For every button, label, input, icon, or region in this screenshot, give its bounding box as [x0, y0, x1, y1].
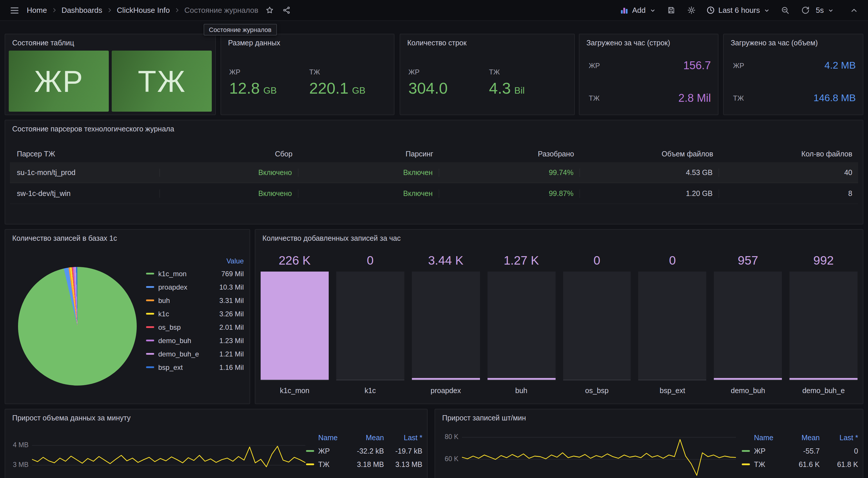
stat-zhr-label: ЖР — [34, 64, 83, 99]
bar-label: bsp_ext — [639, 384, 707, 398]
legend-value-header[interactable]: Value — [146, 255, 244, 267]
zoom-out-button[interactable] — [780, 5, 791, 16]
panel-title[interactable]: Количество добавленных записей за час — [255, 230, 863, 247]
legend-last: 3.13 MB — [384, 460, 422, 469]
menu-button[interactable] — [8, 4, 21, 17]
legend-value: 2.01 Mil — [219, 323, 244, 331]
panel-title[interactable]: Состояние таблиц — [5, 34, 215, 52]
stat-label: ЖР — [733, 62, 744, 70]
legend-item-k1c_mon[interactable]: k1c_mon769 Mil — [146, 267, 244, 280]
legend-item-bsp_ext[interactable]: bsp_ext1.16 Mil — [146, 360, 244, 374]
legend-mean: 61.6 K — [782, 460, 820, 469]
column-header[interactable]: Объем файлов — [580, 150, 719, 158]
pie-legend: Value k1c_mon769 Mil proapdex10.3 Mil bu… — [146, 255, 244, 374]
series-color-dash — [146, 313, 154, 315]
legend-item-k1c[interactable]: k1c3.26 Mil — [146, 307, 244, 320]
parser-name: sw-1c-dev/tj_win — [10, 189, 160, 197]
stat-pair: ЖР 304.0 ТЖ 4.3Bil — [408, 68, 569, 97]
bar-fill — [260, 272, 329, 380]
legend-header: Name Mean Last * — [742, 432, 858, 444]
legend-item-tzh[interactable]: ТЖ 3.18 MB 3.13 MB — [306, 458, 422, 471]
parsed-percent: 99.74% — [439, 168, 580, 177]
panel-title[interactable]: Размер данных — [221, 34, 394, 52]
time-range-picker[interactable]: Last 6 hours — [706, 6, 770, 14]
bar-buh: 1.27 K buh — [487, 252, 555, 398]
breadcrumb-dashboards[interactable]: Dashboards — [61, 6, 102, 14]
column-header[interactable]: Парсинг — [298, 150, 439, 158]
bar-label: demo_buh — [714, 384, 782, 398]
panel-title[interactable]: Загружено за час (строк) — [580, 34, 718, 52]
legend-item-buh[interactable]: buh3.31 Mil — [146, 294, 244, 307]
bar-k1c: 0 k1c — [336, 252, 404, 398]
column-header[interactable]: Разобрано — [439, 150, 580, 158]
add-button[interactable]: Add — [619, 5, 656, 15]
y-tick: 3 MB — [9, 461, 29, 468]
legend-item-demo_buh[interactable]: demo_buh1.23 Mil — [146, 334, 244, 347]
bar-os_bsp: 0 os_bsp — [563, 252, 631, 398]
y-tick: 60 K — [439, 455, 459, 462]
refresh-interval-picker[interactable]: 5s — [816, 6, 834, 14]
legend-label: ЖР — [754, 447, 782, 455]
bar-fill — [789, 378, 858, 380]
dashboard-settings-button[interactable] — [686, 5, 697, 16]
legend-col-name[interactable]: Name — [742, 434, 782, 442]
panel-title[interactable]: Прирост объема данных за минуту — [5, 409, 427, 427]
panel-title[interactable]: Количество строк — [400, 34, 574, 52]
panel-title[interactable]: Прирост записей шт/мин — [435, 409, 863, 427]
legend-item-demo_buh_e[interactable]: demo_buh_e1.21 Mil — [146, 347, 244, 360]
legend-col-last[interactable]: Last * — [384, 434, 422, 442]
panel-table-state: Состояние таблиц ЖР ТЖ — [5, 34, 216, 115]
panel-title[interactable]: Состояние парсеров технологического журн… — [5, 120, 863, 138]
stat-label: ТЖ — [309, 68, 389, 76]
legend-item-proapdex[interactable]: proapdex10.3 Mil — [146, 280, 244, 294]
refresh-button[interactable] — [800, 5, 811, 16]
share-button[interactable] — [281, 5, 292, 16]
column-header[interactable]: Кол-во файлов — [719, 150, 858, 158]
stat-value: 220.1GB — [309, 79, 389, 97]
legend-item-zhr[interactable]: ЖР -55.7 0 — [742, 444, 858, 458]
legend-label: demo_buh_e — [158, 350, 219, 358]
stat-zhr: ЖР 156.7 — [589, 59, 711, 73]
parsed-percent: 99.87% — [439, 189, 580, 197]
legend-item-tzh[interactable]: ТЖ 61.6 K 61.8 K — [742, 458, 858, 471]
refresh-icon — [801, 6, 810, 14]
collapse-nav-button[interactable] — [848, 4, 860, 16]
bar-value: 992 — [789, 252, 858, 269]
bar-fill — [412, 378, 480, 380]
legend-item-zhr[interactable]: ЖР -32.2 kB -19.7 kB — [306, 444, 422, 458]
stat-value: 156.7 — [683, 59, 711, 72]
legend-label: k1c_mon — [158, 269, 221, 278]
stat-tzh: ТЖ — [112, 51, 212, 111]
save-dashboard-button[interactable] — [665, 5, 676, 16]
legend-col-name[interactable]: Name — [306, 434, 347, 442]
menu-icon — [9, 5, 20, 15]
stat-list: ЖР 4.2 MB ТЖ 146.8 MB — [733, 59, 856, 105]
legend-col-last[interactable]: Last * — [820, 434, 858, 442]
stat-number: 220.1 — [309, 79, 348, 97]
column-header[interactable]: Парсер ТЖ — [10, 150, 160, 158]
stat-tzh: ТЖ 2.8 Mil — [589, 91, 711, 105]
column-header[interactable]: Сбор — [160, 150, 298, 158]
gear-icon — [687, 6, 695, 14]
parsing-status: Включен — [298, 189, 439, 197]
panel-title[interactable]: Загружено за час (объем) — [724, 34, 863, 52]
favorite-button[interactable] — [264, 5, 275, 16]
breadcrumb-folder[interactable]: ClickHouse Info — [117, 6, 170, 14]
bar-value: 0 — [563, 252, 631, 269]
stat-label: ЖР — [408, 68, 489, 76]
legend-col-mean[interactable]: Mean — [347, 434, 384, 442]
legend-col-mean[interactable]: Mean — [782, 434, 820, 442]
collect-status: Включено — [160, 168, 298, 177]
bar-track — [714, 272, 782, 380]
panel-title[interactable]: Количество записей в базах 1с — [5, 230, 250, 247]
bar-value: 1.27 K — [487, 252, 555, 269]
bar-label: proapdex — [412, 384, 480, 398]
table-row: sw-1c-dev/tj_win Включено Включен 99.87%… — [10, 183, 858, 204]
legend-item-os_bsp[interactable]: os_bsp2.01 Mil — [146, 320, 244, 334]
breadcrumb-home[interactable]: Home — [27, 6, 47, 14]
legend-value: 3.26 Mil — [219, 310, 244, 318]
chevron-down-icon — [764, 7, 771, 14]
bar-gauge: 226 K k1c_mon 0 k1c 3.44 K proapdex 1.27… — [260, 252, 858, 398]
series-tzh-line — [32, 446, 305, 467]
stat-value: 4.2 MB — [825, 60, 856, 71]
